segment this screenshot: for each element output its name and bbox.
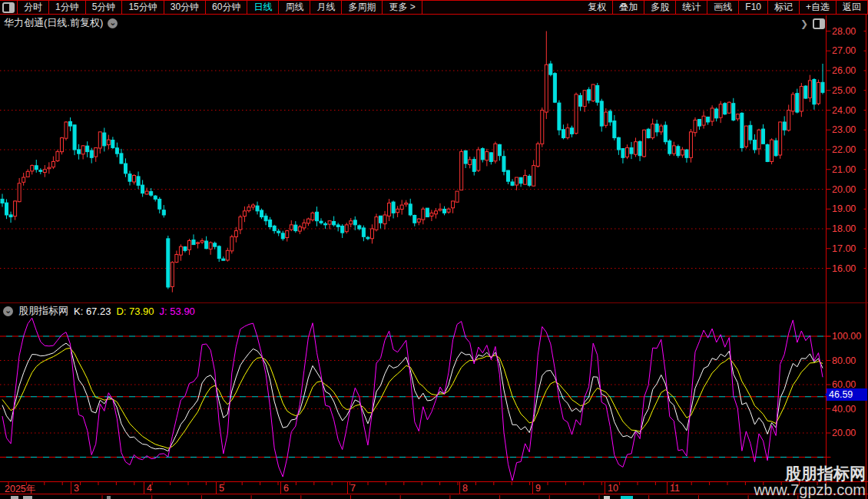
- price-label: 26.00: [832, 65, 867, 76]
- price-label: 16.00: [832, 263, 867, 274]
- candles: [1, 31, 824, 292]
- date-month-label: 8: [462, 483, 468, 494]
- price-label: 28.00: [832, 26, 867, 37]
- watermark: 股朋指标网 www.7gpzb.com: [754, 465, 866, 498]
- indicator-label: 20.00: [832, 428, 867, 438]
- indicator-k-value: K: 67.23: [74, 306, 111, 317]
- price-label: 27.00: [832, 45, 867, 56]
- statusbar-fragments: [11, 495, 798, 499]
- price-label: 24.00: [832, 105, 867, 116]
- layout-toggle-icon[interactable]: [813, 18, 825, 29]
- watermark-url: www.7gpzb.com: [754, 482, 866, 498]
- date-month-label: 4: [147, 483, 152, 494]
- price-label: 20.00: [832, 184, 867, 195]
- date-month-label: 6: [283, 483, 289, 494]
- kdj-lines: [2, 318, 823, 481]
- chevron-down-icon[interactable]: ❯: [800, 20, 808, 28]
- indicator-value-tag: 46.59: [827, 388, 867, 401]
- date-month-label: 10: [608, 483, 618, 494]
- chart-canvas[interactable]: [0, 0, 868, 499]
- indicator-label: 40.00: [832, 404, 867, 415]
- chart-title-row: 华力创通(日线.前复权) ⌄: [4, 16, 118, 30]
- date-month-label: 7: [350, 483, 356, 494]
- indicator-label: 100.00: [832, 331, 867, 342]
- indicator-j-value: J: 53.90: [160, 306, 195, 317]
- price-label: 22.00: [832, 144, 867, 155]
- trading-app-window: 分时1分钟5分钟15分钟30分钟60分钟日线周线月线多周期更多 > 复权叠加多股…: [0, 0, 868, 499]
- watermark-site-name: 股朋指标网: [754, 465, 866, 482]
- indicator-gridlines: [0, 336, 831, 458]
- price-label: 25.00: [832, 85, 867, 96]
- indicator-header: ⌄ 股朋指标网 K: 67.23 D: 73.90 J: 53.90: [3, 304, 195, 318]
- collapse-panel-chevron-icon[interactable]: ⌄: [108, 18, 118, 28]
- indicator-collapse-chevron-icon[interactable]: ⌄: [3, 306, 13, 316]
- price-label: 19.00: [832, 203, 867, 214]
- date-month-label: 9: [535, 483, 541, 494]
- date-month-label: 11: [670, 483, 680, 494]
- chart-corner-controls: ❯: [800, 18, 825, 29]
- price-label: 23.00: [832, 124, 867, 135]
- price-label: 18.00: [832, 223, 867, 234]
- date-year-label: 2025年: [5, 483, 35, 496]
- stock-title: 华力创通(日线.前复权): [4, 16, 103, 30]
- date-month-label: 3: [74, 483, 79, 494]
- indicator-d-value: D: 73.90: [116, 306, 154, 317]
- date-month-label: 5: [219, 483, 224, 494]
- price-label: 17.00: [832, 243, 867, 254]
- indicator-label: 80.00: [832, 355, 867, 366]
- date-axis-ticks: [8, 482, 817, 494]
- price-label: 21.00: [832, 164, 867, 175]
- indicator-source-label: 股朋指标网: [18, 304, 68, 318]
